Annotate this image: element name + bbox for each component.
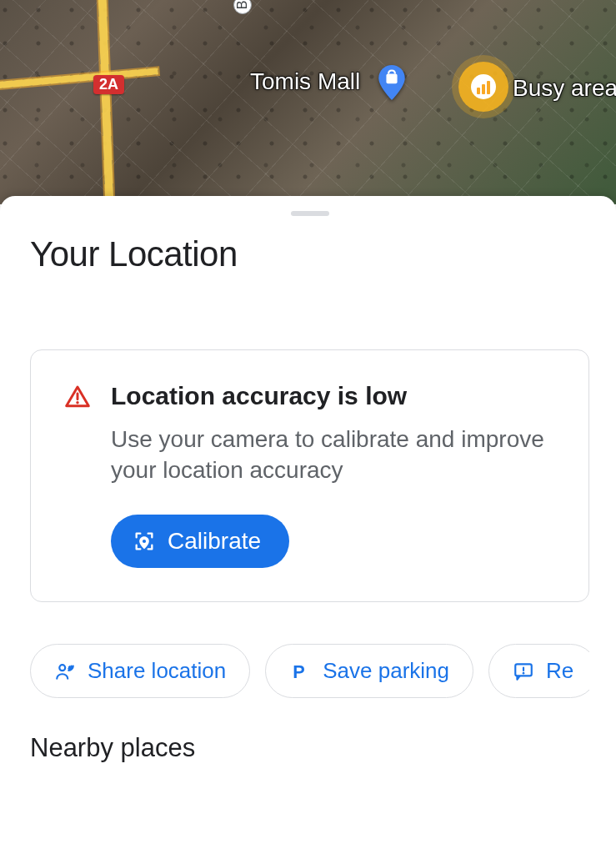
map-roads-overlay [0,0,616,204]
busy-area-label[interactable]: Busy area [513,75,616,102]
accuracy-warning-card: Location accuracy is low Use your camera… [30,349,589,602]
share-person-icon [54,661,76,682]
calibrate-button-label: Calibrate [168,528,261,555]
save-parking-chip[interactable]: P Save parking [265,644,473,698]
save-parking-label: Save parking [323,658,449,684]
svg-point-4 [59,665,65,671]
busy-area-icon[interactable] [458,62,508,112]
svg-text:P: P [293,661,305,681]
poi-label-mall[interactable]: Tomis Mall [250,68,360,95]
accuracy-card-title: Location accuracy is low [111,380,555,412]
svg-point-2 [76,401,78,404]
calibrate-button[interactable]: Calibrate [111,515,289,568]
major-road [98,0,113,204]
warning-triangle-icon [64,384,91,414]
map-satellite-view[interactable]: 2A B Tomis Mall Busy area [0,0,616,204]
major-road [0,68,158,88]
sheet-title: Your Location [30,234,589,274]
svg-point-3 [143,540,146,543]
nearby-places-heading: Nearby places [30,733,589,763]
report-label: Re [546,658,573,684]
share-location-chip[interactable]: Share location [30,644,250,698]
sheet-drag-handle[interactable] [291,211,329,216]
action-chips-row[interactable]: Share location P Save parking Re [30,644,589,701]
svg-rect-0 [386,74,397,84]
route-shield-badge: 2A [93,75,124,94]
accuracy-card-body: Use your camera to calibrate and improve… [111,424,555,487]
share-location-label: Share location [88,658,226,684]
report-feedback-icon [513,661,534,682]
svg-point-8 [523,671,525,674]
report-chip[interactable]: Re [488,644,589,698]
shopping-pin-icon[interactable] [378,65,405,100]
location-bottom-sheet[interactable]: Your Location Location accuracy is low U… [0,196,616,854]
calibrate-location-icon [133,530,156,553]
parking-icon: P [289,661,311,682]
street-letter-marker: B [233,0,252,14]
